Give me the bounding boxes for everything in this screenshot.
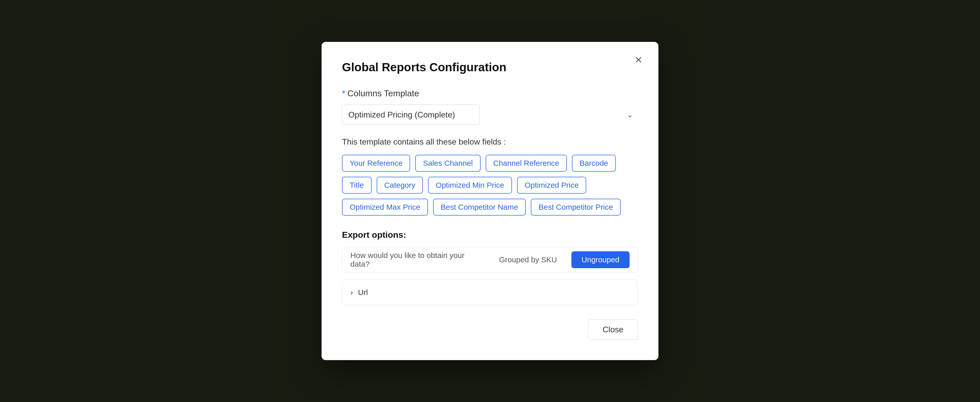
ungrouped-button[interactable]: Ungrouped <box>571 251 630 268</box>
field-badge: Best Competitor Name <box>433 199 526 215</box>
modal-overlay: × Global Reports Configuration * Columns… <box>0 0 980 402</box>
url-label: Url <box>358 288 368 297</box>
close-button[interactable]: Close <box>588 319 638 340</box>
grouped-by-sku-button[interactable]: Grouped by SKU <box>491 251 565 268</box>
required-marker: * <box>342 88 345 98</box>
columns-template-label: * Columns Template <box>342 88 638 98</box>
field-badge: Optimized Price <box>517 177 587 194</box>
export-options-row: How would you like to obtain your data? … <box>342 247 638 273</box>
chevron-down-icon: ⌄ <box>627 111 633 119</box>
export-question-label: How would you like to obtain your data? <box>350 251 485 268</box>
modal-dialog: × Global Reports Configuration * Columns… <box>321 42 659 360</box>
field-badge: Sales Channel <box>415 155 480 172</box>
field-badges-container: Your ReferenceSales ChannelChannel Refer… <box>342 155 638 215</box>
field-badge: Title <box>342 177 372 194</box>
field-badge: Channel Reference <box>486 155 567 172</box>
template-description: This template contains all these below f… <box>342 137 638 147</box>
chevron-right-icon: › <box>350 288 353 297</box>
field-badge: Optimized Max Price <box>342 199 428 215</box>
close-icon-button[interactable]: × <box>631 52 646 67</box>
modal-title: Global Reports Configuration <box>342 60 638 74</box>
export-options-title: Export options: <box>342 230 638 240</box>
field-badge: Optimized Min Price <box>428 177 512 194</box>
modal-footer: Close <box>342 319 638 340</box>
columns-template-select-wrapper[interactable]: Optimized Pricing (Complete) ⌄ <box>342 104 638 125</box>
field-badge: Best Competitor Price <box>531 199 620 215</box>
field-badge: Category <box>377 177 423 194</box>
field-badge: Your Reference <box>342 155 410 172</box>
field-badge: Barcode <box>572 155 616 172</box>
columns-template-select[interactable]: Optimized Pricing (Complete) <box>342 104 480 125</box>
url-row[interactable]: › Url <box>342 280 638 305</box>
